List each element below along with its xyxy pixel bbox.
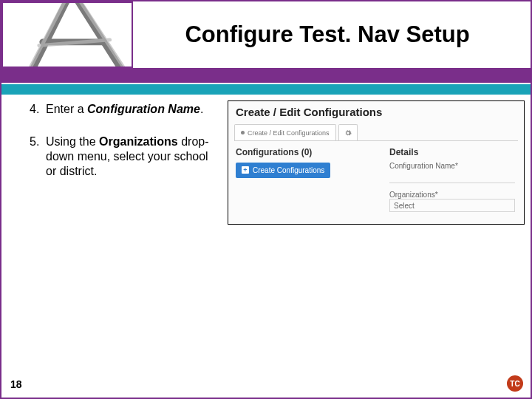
plus-icon: +: [242, 166, 249, 174]
create-button-label: Create Configurations: [253, 166, 324, 174]
step-5: 5. Using the Organizations drop-down men…: [30, 134, 222, 179]
purple-band: [1, 68, 531, 83]
bullet-icon: [241, 131, 245, 134]
step-4: 4. Enter a Configuration Name.: [30, 102, 222, 117]
step-number: 4.: [30, 102, 46, 117]
page-number: 18: [10, 378, 22, 390]
step-text: Enter a Configuration Name.: [46, 102, 203, 117]
tab-settings[interactable]: [338, 124, 358, 140]
tab-create-edit[interactable]: Create / Edit Configurations: [234, 124, 336, 140]
gear-icon: [344, 129, 352, 137]
tab-label: Create / Edit Configurations: [248, 129, 330, 137]
config-name-input[interactable]: [389, 171, 515, 183]
details-heading: Details: [389, 147, 516, 157]
page-title: Configure Test. Nav Setup: [185, 21, 469, 48]
tc-badge: TC: [507, 375, 523, 392]
instructions: 4. Enter a Configuration Name. 5. Using …: [30, 102, 222, 197]
organizations-select[interactable]: Select: [389, 199, 515, 212]
organizations-label: Organizations*: [389, 191, 516, 199]
logo-a: [1, 1, 133, 68]
tab-bar: Create / Edit Configurations: [234, 124, 518, 140]
select-placeholder: Select: [394, 202, 415, 210]
create-configurations-button[interactable]: + Create Configurations: [236, 163, 330, 178]
step-text: Using the Organizations drop-down menu, …: [46, 134, 222, 179]
configurations-heading: Configurations (0): [236, 147, 376, 157]
title-area: Configure Test. Nav Setup: [134, 1, 531, 68]
screenshot-heading: Create / Edit Configurations: [228, 101, 524, 121]
teal-band: [1, 84, 531, 95]
config-name-label: Configuration Name*: [389, 162, 516, 170]
embedded-screenshot: Create / Edit Configurations Create / Ed…: [228, 100, 525, 225]
step-number: 5.: [30, 134, 46, 179]
